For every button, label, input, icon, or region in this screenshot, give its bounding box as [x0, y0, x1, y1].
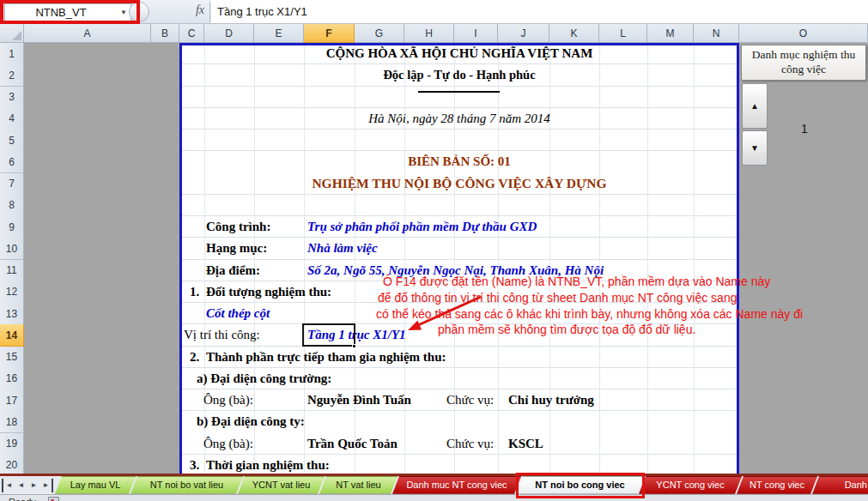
row-header-15[interactable]: 15: [0, 347, 24, 369]
scroll-down-icon: ▼: [750, 143, 759, 153]
annotation-line-3: có thể kéo thả sang các ô khác khi trình…: [376, 307, 803, 321]
rep-site-person-label: Ông (bà):: [203, 389, 253, 411]
page-border-right: [737, 43, 739, 474]
column-header-K[interactable]: K: [549, 24, 599, 43]
row-header-8[interactable]: 8: [0, 195, 24, 217]
row-header-12[interactable]: 12: [0, 281, 24, 304]
rep-company-role-label: Chức vụ:: [446, 433, 494, 455]
formula-bar-row: NTNB_VT ▼ fx Tầng 1 trục X1/Y1: [0, 0, 868, 24]
section1-label: Đối tượng nghiệm thu:: [206, 281, 331, 303]
motto-underline: [418, 91, 500, 93]
row-header-17[interactable]: 17: [0, 389, 24, 412]
column-header-G[interactable]: G: [355, 24, 404, 43]
section2-number: 2.: [190, 347, 199, 368]
sheet-tab-nt-noi-bo-vat-lieu[interactable]: NT noi bo vat lieu: [131, 476, 243, 494]
column-header-B[interactable]: B: [151, 24, 179, 43]
column-header-I[interactable]: I: [454, 24, 498, 43]
row-header-3[interactable]: 3: [0, 87, 24, 109]
field-label-cong-trinh: Công trình:: [206, 216, 270, 238]
excel-window: NTNB_VT ▼ fx Tầng 1 trục X1/Y1 A B C D E…: [0, 0, 868, 501]
column-header-O[interactable]: O: [739, 24, 868, 43]
rep-company-person[interactable]: Trần Quốc Toản: [307, 433, 398, 455]
column-header-H[interactable]: H: [404, 24, 454, 43]
annotation-line-1: Ô F14 được đặt tên (Name) là NTNB_VT, ph…: [383, 275, 770, 288]
collapse-circle-icon: [129, 2, 149, 22]
sheet-tab-nt-cong-viec[interactable]: NT cong viec: [737, 476, 817, 494]
row-header-7[interactable]: 7: [0, 173, 24, 196]
sheet-tab-nt-vat-lieu[interactable]: NT vat lieu: [319, 476, 398, 494]
tab-nav-prev-icon[interactable]: ◄: [15, 479, 27, 492]
row-header-18[interactable]: 18: [0, 411, 24, 433]
row-header-14-active[interactable]: 14: [0, 324, 24, 347]
fill-handle[interactable]: [352, 344, 356, 348]
sheet-tab-ycnt-cong-viec[interactable]: YCNT cong viec: [639, 476, 742, 494]
doc-title-number: BIÊN BẢN SỐ: 01: [182, 151, 737, 172]
row-header-13[interactable]: 13: [0, 303, 24, 325]
formula-bar-divider: [209, 2, 210, 22]
section1-number: 1.: [190, 281, 199, 303]
select-all-corner-icon: [12, 31, 21, 40]
column-header-J[interactable]: J: [498, 24, 549, 43]
section2-label: Thành phần trực tiếp tham gia nghiệm thu…: [206, 347, 446, 368]
sheet-tab-lay-mau-vl[interactable]: Lay mau VL: [55, 476, 136, 494]
column-header-E[interactable]: E: [254, 24, 304, 43]
rep-site-person[interactable]: Nguyễn Đình Tuấn: [307, 389, 411, 411]
tab-navigation: ◄ ◄ ► ►: [2, 478, 53, 492]
location-label: Vị trí thi công:: [184, 324, 260, 346]
spin-down-button[interactable]: ▼: [742, 130, 768, 166]
column-header-N[interactable]: N: [694, 24, 739, 43]
sheet-tab-danh-muc-nt-cong-viec[interactable]: Danh muc NT cong viec: [392, 476, 521, 494]
column-header-D[interactable]: D: [204, 24, 254, 43]
sheet-tabs: Lay mau VL NT noi bo vat lieu YCNT vat l…: [55, 476, 868, 494]
column-header-M[interactable]: M: [647, 24, 694, 43]
row-header-5[interactable]: 5: [0, 130, 24, 152]
section3-number: 3.: [190, 455, 199, 476]
doc-date-line: Hà Nội, ngày 28 tháng 7 năm 2014: [182, 108, 737, 130]
select-all-button[interactable]: [0, 24, 24, 43]
section1-value[interactable]: Cốt thép cột: [206, 303, 270, 324]
field-label-dia-diem: Địa điểm:: [206, 260, 260, 281]
tab-nav-last-icon[interactable]: ►: [40, 479, 53, 492]
name-box-value[interactable]: NTNB_VT: [5, 6, 117, 19]
row-header-6[interactable]: 6: [0, 151, 24, 173]
tab-nav-next-icon[interactable]: ►: [27, 479, 40, 492]
row-header-11[interactable]: 11: [0, 260, 24, 282]
formula-bar-value: Tầng 1 trục X1/Y1: [217, 5, 307, 18]
column-header-L[interactable]: L: [599, 24, 647, 43]
row-header-1[interactable]: 1: [0, 43, 24, 65]
status-ready-label: Ready: [9, 497, 36, 501]
rep-company-person-label: Ông (bà):: [203, 433, 253, 455]
column-header-C[interactable]: C: [179, 24, 204, 43]
rep-site-label: a) Đại diện công trường:: [197, 368, 331, 389]
row-header-4[interactable]: 4: [0, 108, 24, 130]
annotation-line-2: để đổ thông tin vị trí thi công từ sheet…: [378, 291, 737, 305]
field-value-hang-muc[interactable]: Nhà làm việc: [307, 238, 378, 259]
rep-site-role[interactable]: Chỉ huy trưởng: [508, 389, 594, 411]
column-header-F-active[interactable]: F: [304, 24, 355, 43]
rep-site-role-label: Chức vụ:: [446, 389, 494, 411]
sheet-tab-ycnt-vat-lieu[interactable]: YCNT vat lieu: [238, 476, 325, 494]
row-header-16[interactable]: 16: [0, 368, 24, 390]
active-cell-selection-border[interactable]: [302, 323, 355, 347]
doc-motto: Độc lập - Tự do - Hạnh phúc: [182, 64, 737, 86]
row-header-9[interactable]: 9: [0, 216, 24, 238]
scroll-up-icon: ▲: [750, 101, 759, 111]
sheet-tab-danh-mu-clipped[interactable]: Danh mu: [812, 476, 868, 494]
annotation-line-4: phần mềm sẽ không tìm được tọa độ đổ dữ …: [438, 323, 695, 336]
field-value-cong-trinh[interactable]: Trụ sở phân phối phần mềm Dự thầu GXD: [307, 216, 537, 238]
danh-muc-nghiem-thu-button[interactable]: Danh mục nghiệm thu công việc: [741, 45, 866, 81]
column-header-A[interactable]: A: [24, 24, 151, 43]
spin-up-button[interactable]: ▲: [742, 83, 768, 129]
insert-function-icon[interactable]: fx: [191, 3, 209, 21]
rep-company-label: b) Đại diện công ty:: [197, 411, 305, 432]
row-header-10[interactable]: 10: [0, 238, 24, 260]
macro-record-icon[interactable]: [48, 497, 59, 501]
tab-nav-first-icon[interactable]: ◄: [2, 479, 15, 492]
name-box[interactable]: NTNB_VT ▼: [4, 3, 131, 21]
rep-company-role[interactable]: KSCL: [508, 433, 543, 455]
row-header-19[interactable]: 19: [0, 433, 24, 456]
row-header-2[interactable]: 2: [0, 64, 24, 87]
formula-bar-input[interactable]: Tầng 1 trục X1/Y1: [211, 0, 868, 23]
sheet-tab-nt-noi-bo-cong-viec-active[interactable]: NT noi bo cong viec: [516, 476, 644, 494]
counter-cell: 1: [792, 122, 817, 139]
